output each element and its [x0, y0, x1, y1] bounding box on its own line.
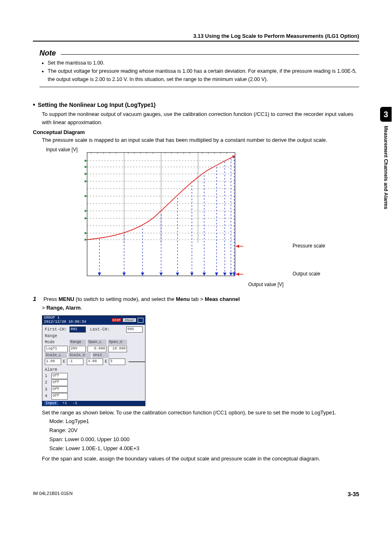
- step-1: 1 Press MENU (to switch to setting mode)…: [33, 294, 359, 312]
- note-item: The output voltage for pressure reading …: [48, 67, 359, 83]
- settings-screenshot: GROUP 1 2012/12/20 10:06:34 DISP 1hour F…: [42, 315, 145, 406]
- page-number: 3-35: [348, 491, 359, 497]
- conceptual-para: The pressure scale is mapped to an input…: [42, 136, 359, 144]
- note-title: Note: [39, 49, 58, 58]
- footer-minus: -1: [71, 401, 79, 405]
- svg-marker-67: [233, 273, 236, 276]
- step-text: Press: [44, 296, 59, 302]
- span-line: Span: Lower 0.000, Upper 10.000: [49, 435, 359, 444]
- chapter-number: 3: [380, 107, 392, 122]
- after-shot-p2: For the span and scale, assign the bound…: [42, 455, 359, 463]
- range-line: Range: 20V: [49, 426, 359, 435]
- svg-marker-61: [176, 273, 179, 276]
- menu-key: MENU: [58, 296, 74, 302]
- pressure-scale-label: Pressure scale: [293, 243, 325, 249]
- mode-line: Mode: LogType1: [49, 417, 359, 426]
- input-axis-label: Input value [V]: [46, 147, 78, 153]
- svg-marker-37: [85, 166, 87, 168]
- note-item: Set the mantissa to 1.00.: [48, 59, 359, 67]
- svg-marker-59: [141, 273, 144, 276]
- section-header: 3.13 Using the Log Scale to Perform Meas…: [33, 33, 359, 42]
- svg-marker-62: [190, 273, 194, 276]
- svg-marker-69: [236, 245, 239, 248]
- conceptual-diagram: Input value [V]: [42, 148, 359, 284]
- chapter-label: Measurement Channels and Alarms: [383, 126, 389, 209]
- output-scale-label: Output scale: [293, 271, 320, 277]
- svg-marker-66: [229, 273, 233, 276]
- svg-marker-71: [236, 273, 239, 276]
- svg-marker-57: [98, 273, 101, 276]
- diagram-svg: [42, 148, 272, 284]
- svg-marker-39: [85, 180, 87, 183]
- step-number: 1: [33, 294, 42, 303]
- svg-marker-58: [122, 273, 126, 276]
- after-shot-p1: Set the range as shown below. To use the…: [42, 409, 359, 417]
- nonlinear-para: To support the nonlinear output of vacuu…: [42, 110, 359, 127]
- doc-id: IM 04L21B01-01EN: [33, 491, 73, 497]
- disp-badge: DISP: [112, 318, 121, 322]
- duration-badge: 1hour: [123, 318, 136, 322]
- svg-marker-36: [85, 160, 87, 162]
- output-value-label: Output value [V]: [248, 282, 284, 287]
- nonlinear-heading: Setting the Nonlinear Log Input (LogType…: [33, 101, 359, 109]
- svg-marker-60: [159, 273, 163, 276]
- ss-timestamp: 2012/12/20 10:06:34: [44, 320, 86, 324]
- footer-plus: +1: [61, 401, 69, 405]
- svg-marker-64: [215, 273, 218, 276]
- cycle-icon: [138, 318, 143, 323]
- footer-input: Input: [44, 401, 58, 405]
- note-block: Note Set the mantissa to 1.00. The outpu…: [36, 49, 359, 87]
- svg-marker-42: [85, 217, 87, 220]
- svg-marker-65: [223, 273, 226, 276]
- svg-marker-44: [85, 238, 87, 241]
- svg-marker-40: [85, 195, 87, 197]
- svg-marker-43: [85, 232, 87, 234]
- svg-marker-63: [203, 273, 206, 276]
- scale-line: Scale: Lower 1.00E-1, Upper 4.00E+3: [49, 444, 359, 453]
- svg-marker-41: [85, 210, 87, 212]
- side-tab: 3 Measurement Channels and Alarms: [380, 107, 392, 209]
- conceptual-heading: Conceptual Diagram: [33, 129, 359, 135]
- svg-marker-38: [85, 173, 87, 175]
